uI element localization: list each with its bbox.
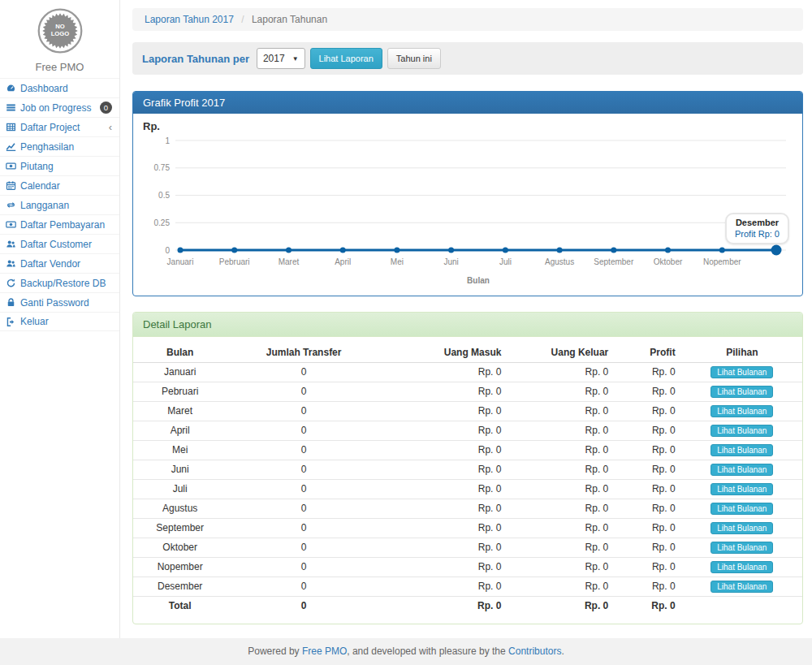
lihat-bulanan-button[interactable]: Lihat Bulanan — [710, 366, 773, 378]
table-cell-actions: Lihat Bulanan — [682, 499, 802, 519]
lihat-bulanan-button[interactable]: Lihat Bulanan — [710, 405, 773, 417]
column-header: Uang Masuk — [381, 343, 508, 363]
table-cell: Maret — [133, 402, 227, 421]
table-cell: Rp. 0 — [508, 519, 615, 538]
lihat-laporan-button[interactable]: Lihat Laporan — [310, 48, 382, 69]
table-cell-actions — [682, 597, 802, 616]
table-row: Januari0Rp. 0Rp. 0Rp. 0Lihat Bulanan — [133, 363, 802, 382]
sidebar-item-label: Daftar Customer — [20, 239, 112, 250]
lihat-bulanan-button[interactable]: Lihat Bulanan — [710, 522, 773, 534]
table-cell: 0 — [227, 519, 381, 538]
table-cell: Rp. 0 — [381, 480, 508, 499]
money-icon — [6, 161, 16, 171]
sidebar-item-keluar[interactable]: Keluar — [0, 312, 119, 331]
svg-text:Agustus: Agustus — [545, 257, 574, 266]
lihat-bulanan-button[interactable]: Lihat Bulanan — [710, 561, 773, 573]
footer-link-free-pmo[interactable]: Free PMO — [302, 646, 347, 657]
sidebar-item-piutang[interactable]: Piutang — [0, 156, 119, 175]
sidebar-item-ganti-password[interactable]: Ganti Password — [0, 292, 119, 312]
table-row: Desember0Rp. 0Rp. 0Rp. 0Lihat Bulanan — [133, 577, 802, 597]
lihat-bulanan-button[interactable]: Lihat Bulanan — [710, 503, 773, 515]
sidebar-item-label: Piutang — [20, 161, 112, 172]
table-cell: April — [133, 421, 227, 441]
sidebar-item-dashboard[interactable]: Dashboard — [0, 78, 119, 97]
table-cell: Rp. 0 — [508, 480, 615, 499]
caret-down-icon: ▼ — [292, 55, 299, 63]
brand-name: Free PMO — [0, 61, 119, 73]
table-cell: Rp. 0 — [615, 363, 681, 382]
lihat-bulanan-button[interactable]: Lihat Bulanan — [710, 444, 773, 456]
table-cell-actions: Lihat Bulanan — [682, 480, 802, 499]
table-cell: Rp. 0 — [508, 538, 615, 558]
lihat-bulanan-button[interactable]: Lihat Bulanan — [710, 464, 773, 476]
table-header-row: BulanJumlah TransferUang MasukUang Kelua… — [133, 343, 802, 363]
sidebar-item-label: Daftar Vendor — [20, 258, 112, 270]
svg-text:0.5: 0.5 — [158, 191, 170, 200]
svg-text:Maret: Maret — [279, 257, 300, 266]
table-cell: Rp. 0 — [381, 499, 508, 519]
sidebar-item-label: Penghasilan — [20, 141, 112, 153]
svg-text:Pebruari: Pebruari — [219, 257, 250, 266]
sidebar-item-label: Langganan — [20, 200, 112, 211]
table-row: April0Rp. 0Rp. 0Rp. 0Lihat Bulanan — [133, 421, 802, 441]
table-cell: Rp. 0 — [615, 597, 681, 616]
calendar-icon — [6, 180, 16, 191]
table-cell: Rp. 0 — [615, 402, 681, 421]
sidebar-menu: DashboardJob on Progress0Daftar Project‹… — [0, 78, 119, 331]
year-select-value: 2017 — [263, 53, 285, 64]
sidebar-item-label: Calendar — [20, 180, 112, 192]
tasks-icon — [6, 102, 16, 113]
table-cell: Rp. 0 — [615, 538, 681, 558]
sidebar-item-penghasilan[interactable]: Penghasilan — [0, 136, 119, 156]
logo-line-1: NO — [55, 23, 65, 30]
sidebar-item-daftar-pembayaran[interactable]: Daftar Pembayaran — [0, 214, 119, 234]
table-cell: Rp. 0 — [508, 402, 615, 421]
report-panel-title: Detail Laporan — [133, 313, 802, 337]
sidebar-item-label: Daftar Project — [20, 122, 105, 133]
footer-text-prefix: Powered by — [248, 646, 302, 657]
table-row: Juni0Rp. 0Rp. 0Rp. 0Lihat Bulanan — [133, 460, 802, 480]
retweet-icon — [6, 200, 16, 210]
lihat-bulanan-button[interactable]: Lihat Bulanan — [710, 581, 773, 593]
lihat-bulanan-button[interactable]: Lihat Bulanan — [710, 425, 773, 437]
svg-text:Oktober: Oktober — [654, 257, 683, 266]
table-cell: 0 — [227, 558, 381, 577]
lihat-bulanan-button[interactable]: Lihat Bulanan — [710, 483, 773, 495]
table-cell: Rp. 0 — [381, 519, 508, 538]
sidebar-item-backup-restore-db[interactable]: Backup/Restore DB — [0, 273, 119, 292]
table-cell: 0 — [227, 441, 381, 460]
tahun-ini-button[interactable]: Tahun ini — [387, 48, 441, 69]
filter-panel: Laporan Tahunan per 2017 ▼ Lihat Laporan… — [132, 42, 803, 75]
tooltip-month: Desember — [735, 218, 780, 227]
sidebar-item-daftar-customer[interactable]: Daftar Customer — [0, 234, 119, 253]
breadcrumb-link[interactable]: Laporan Tahun 2017 — [145, 14, 234, 25]
lihat-bulanan-button[interactable]: Lihat Bulanan — [710, 386, 773, 398]
profit-line-chart-svg: 00.250.50.751JanuariPebruariMaretAprilMe… — [143, 134, 793, 296]
table-cell: Rp. 0 — [381, 382, 508, 402]
svg-text:Bulan: Bulan — [467, 276, 490, 285]
table-cell-actions: Lihat Bulanan — [682, 441, 802, 460]
column-header: Bulan — [133, 343, 227, 363]
table-cell: Rp. 0 — [508, 499, 615, 519]
sidebar-item-daftar-project[interactable]: Daftar Project‹ — [0, 117, 119, 136]
table-cell: Rp. 0 — [615, 519, 681, 538]
table-row: September0Rp. 0Rp. 0Rp. 0Lihat Bulanan — [133, 519, 802, 538]
table-cell: Rp. 0 — [508, 577, 615, 597]
footer-text-suffix: . — [561, 646, 564, 657]
sidebar-item-langganan[interactable]: Langganan — [0, 195, 119, 214]
chart-area: Rp. 00.250.50.751JanuariPebruariMaretApr… — [133, 114, 802, 296]
table-cell: Rp. 0 — [381, 558, 508, 577]
sidebar-item-daftar-vendor[interactable]: Daftar Vendor — [0, 253, 119, 273]
table-row: Maret0Rp. 0Rp. 0Rp. 0Lihat Bulanan — [133, 402, 802, 421]
footer-link-contributors[interactable]: Contributors — [508, 646, 561, 657]
report-panel: Detail Laporan BulanJumlah TransferUang … — [132, 312, 803, 624]
svg-text:0.25: 0.25 — [154, 218, 171, 227]
dashboard-icon — [6, 83, 16, 93]
year-select[interactable]: 2017 ▼ — [257, 48, 305, 69]
sidebar-item-job-on-progress[interactable]: Job on Progress0 — [0, 97, 119, 117]
sidebar-item-calendar[interactable]: Calendar — [0, 175, 119, 195]
table-cell: Juli — [133, 480, 227, 499]
table-row: Nopember0Rp. 0Rp. 0Rp. 0Lihat Bulanan — [133, 558, 802, 577]
lihat-bulanan-button[interactable]: Lihat Bulanan — [710, 542, 773, 554]
breadcrumb-separator: / — [241, 14, 244, 25]
